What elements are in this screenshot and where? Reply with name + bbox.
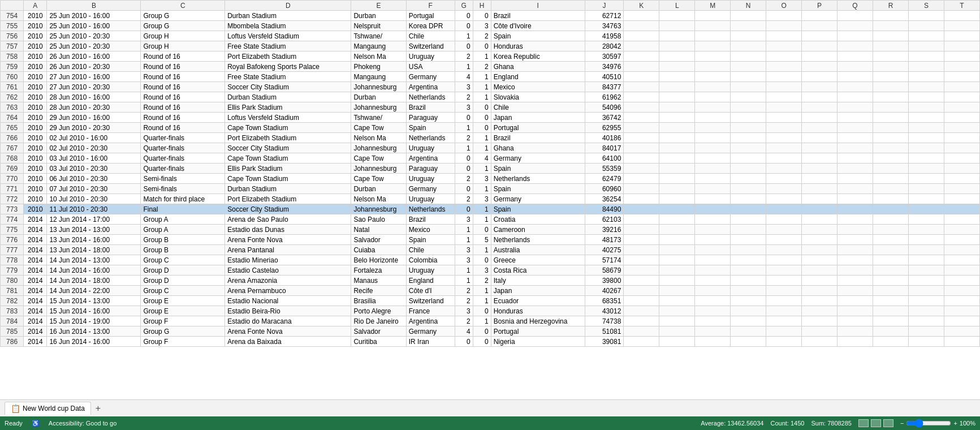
cell-k[interactable] [624,174,659,184]
add-sheet-button[interactable]: + [93,403,103,414]
cell-l[interactable] [659,225,695,235]
cell-year[interactable]: 2010 [24,153,47,164]
cell-team1[interactable]: Germany [406,72,455,82]
row-number[interactable]: 754 [1,11,24,21]
cell-r[interactable] [873,194,908,204]
cell-score2[interactable]: 1 [473,164,491,174]
cell-stage[interactable]: Round of 16 [141,51,225,62]
cell-n[interactable] [731,296,766,306]
cell-date[interactable]: 07 Jul 2010 - 20:30 [47,184,141,194]
cell-m[interactable] [695,286,731,296]
cell-stage[interactable]: Match for third place [141,194,225,204]
cell-l[interactable] [659,113,695,123]
cell-m[interactable] [695,92,731,102]
cell-o[interactable] [766,225,802,235]
cell-n[interactable] [731,21,766,31]
cell-p[interactable] [802,41,837,51]
cell-team1[interactable]: USA [406,62,455,72]
cell-year[interactable]: 2010 [24,123,47,133]
col-header-n[interactable]: N [731,1,766,11]
cell-q[interactable] [837,82,873,92]
cell-n[interactable] [731,286,766,296]
cell-l[interactable] [659,326,695,337]
cell-attendance[interactable]: 64100 [585,153,624,164]
cell-s[interactable] [908,113,944,123]
cell-team2[interactable]: Brazil [491,11,585,21]
cell-score1[interactable]: 2 [455,51,473,62]
cell-p[interactable] [802,123,837,133]
cell-attendance[interactable]: 36254 [585,194,624,204]
cell-t[interactable] [944,153,979,164]
col-header-d[interactable]: D [225,1,351,11]
cell-r[interactable] [873,235,908,245]
cell-stage[interactable]: Group G [141,21,225,31]
cell-l[interactable] [659,41,695,51]
cell-team2[interactable]: Honduras [491,306,585,316]
cell-s[interactable] [908,265,944,276]
row-number[interactable]: 770 [1,174,24,184]
cell-r[interactable] [873,306,908,316]
cell-score2[interactable]: 2 [473,276,491,286]
cell-m[interactable] [695,123,731,133]
row-number[interactable]: 763 [1,102,24,113]
cell-team1[interactable]: Germany [406,326,455,337]
cell-l[interactable] [659,143,695,153]
cell-team2[interactable]: Chile [491,102,585,113]
cell-q[interactable] [837,133,873,143]
cell-p[interactable] [802,337,837,347]
cell-n[interactable] [731,51,766,62]
cell-attendance[interactable]: 84017 [585,143,624,153]
cell-q[interactable] [837,255,873,265]
cell-stage[interactable]: Round of 16 [141,92,225,102]
cell-o[interactable] [766,102,802,113]
cell-n[interactable] [731,255,766,265]
cell-stadium[interactable]: Soccer City Stadium [225,143,351,153]
cell-stage[interactable]: Quarter-finals [141,143,225,153]
cell-attendance[interactable]: 39081 [585,337,624,347]
cell-score2[interactable]: 1 [473,143,491,153]
cell-team2[interactable]: Spain [491,31,585,41]
cell-score2[interactable]: 0 [473,225,491,235]
cell-m[interactable] [695,153,731,164]
cell-stage[interactable]: Round of 16 [141,102,225,113]
cell-city[interactable]: Tshwane/ [351,113,406,123]
cell-t[interactable] [944,286,979,296]
cell-l[interactable] [659,184,695,194]
cell-r[interactable] [873,143,908,153]
cell-stadium[interactable]: Estadio Nacional [225,296,351,306]
cell-n[interactable] [731,174,766,184]
cell-score1[interactable]: 0 [455,11,473,21]
row-number[interactable]: 783 [1,306,24,316]
cell-o[interactable] [766,133,802,143]
cell-m[interactable] [695,326,731,337]
cell-date[interactable]: 06 Jul 2010 - 20:30 [47,174,141,184]
cell-q[interactable] [837,11,873,21]
col-header-k[interactable]: K [624,1,659,11]
cell-stadium[interactable]: Soccer City Stadium [225,204,351,214]
cell-stadium[interactable]: Free State Stadium [225,41,351,51]
cell-p[interactable] [802,72,837,82]
cell-o[interactable] [766,123,802,133]
cell-m[interactable] [695,235,731,245]
cell-year[interactable]: 2010 [24,51,47,62]
cell-n[interactable] [731,92,766,102]
cell-p[interactable] [802,255,837,265]
cell-k[interactable] [624,286,659,296]
cell-p[interactable] [802,326,837,337]
cell-m[interactable] [695,214,731,225]
cell-o[interactable] [766,82,802,92]
cell-attendance[interactable]: 74738 [585,316,624,326]
cell-t[interactable] [944,41,979,51]
col-header-f[interactable]: F [406,1,455,11]
cell-date[interactable]: 13 Jun 2014 - 13:00 [47,225,141,235]
cell-n[interactable] [731,41,766,51]
cell-score1[interactable]: 1 [455,225,473,235]
cell-stadium[interactable]: Port Elizabeth Stadium [225,51,351,62]
cell-o[interactable] [766,62,802,72]
cell-o[interactable] [766,194,802,204]
cell-q[interactable] [837,184,873,194]
row-number[interactable]: 766 [1,133,24,143]
cell-n[interactable] [731,204,766,214]
cell-team2[interactable]: Honduras [491,41,585,51]
cell-s[interactable] [908,62,944,72]
